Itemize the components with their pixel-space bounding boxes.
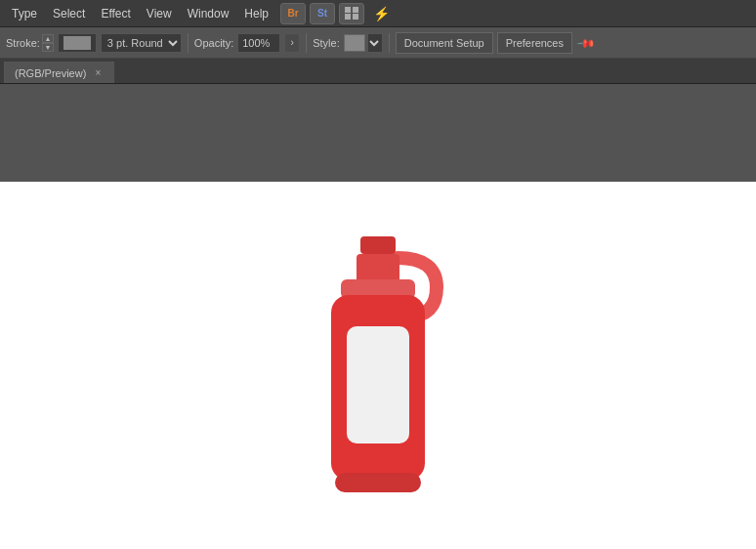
opacity-label: Opacity: [194, 37, 233, 49]
stock-icon-btn[interactable]: St [310, 3, 335, 24]
menu-effect[interactable]: Effect [93, 3, 138, 24]
style-color-box[interactable] [344, 34, 365, 52]
preferences-button[interactable]: Preferences [497, 32, 572, 54]
stroke-spinner[interactable]: ▲ ▼ [42, 34, 54, 52]
tabbar: (RGB/Preview) × [0, 59, 756, 84]
grid-icon-btn[interactable] [339, 3, 364, 24]
separator-1 [188, 33, 189, 53]
white-canvas [0, 182, 756, 549]
stroke-select[interactable]: 3 pt. Round [101, 33, 182, 53]
ketchup-bottle-svg [300, 209, 456, 522]
separator-3 [389, 33, 390, 53]
bridge-label: Br [287, 8, 298, 19]
bottle-base [335, 473, 421, 492]
pin-icon: 📌 [577, 32, 598, 53]
bottle-container [0, 182, 756, 549]
spinner-up[interactable]: ▲ [42, 34, 54, 43]
dark-canvas-area [0, 84, 756, 182]
opacity-input[interactable] [237, 33, 280, 53]
stroke-color-preview [63, 36, 91, 50]
bottle-neck [357, 254, 399, 283]
spinner-down[interactable]: ▼ [42, 43, 54, 52]
bottle-cap-top [360, 236, 396, 254]
grid-icon [345, 7, 358, 21]
toolbar: Stroke: ▲ ▼ 3 pt. Round Opacity: › Style… [0, 27, 756, 59]
tab-close-button[interactable]: × [92, 67, 104, 79]
menu-window[interactable]: Window [180, 3, 237, 24]
style-select[interactable] [367, 33, 383, 53]
stock-label: St [317, 8, 327, 19]
stroke-label: Stroke: [6, 37, 40, 49]
menu-help[interactable]: Help [236, 3, 276, 24]
tab-label: (RGB/Preview) [15, 67, 86, 79]
main-content [0, 84, 756, 549]
menu-select[interactable]: Select [45, 3, 93, 24]
menu-view[interactable]: View [139, 3, 180, 24]
style-group [344, 33, 383, 53]
canvas-tab[interactable]: (RGB/Preview) × [4, 62, 114, 83]
stroke-color-box[interactable] [58, 33, 97, 53]
opacity-arrow[interactable]: › [284, 33, 300, 53]
stroke-spinner-group: ▲ ▼ [44, 34, 54, 52]
lightning-icon-btn[interactable]: ⚡ [368, 3, 394, 24]
document-setup-button[interactable]: Document Setup [396, 32, 493, 54]
menu-type[interactable]: Type [4, 3, 45, 24]
style-label: Style: [313, 37, 340, 49]
lightning-icon: ⚡ [373, 6, 390, 21]
bottle-label [347, 326, 409, 443]
separator-2 [306, 33, 307, 53]
bridge-icon-btn[interactable]: Br [280, 3, 306, 24]
app-icons: Br St ⚡ [280, 3, 394, 24]
pin-button[interactable]: 📌 [576, 32, 598, 54]
menubar: Type Select Effect View Window Help Br S… [0, 0, 756, 27]
